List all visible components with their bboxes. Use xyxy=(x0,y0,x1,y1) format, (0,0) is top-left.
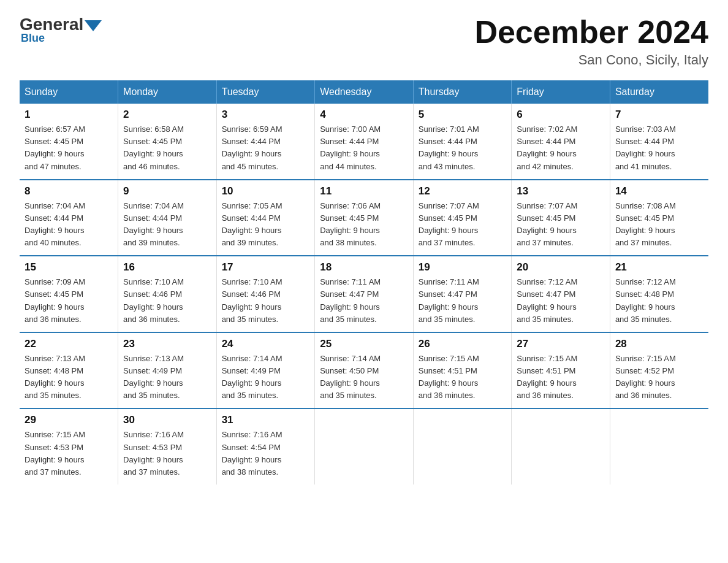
calendar-cell: 13 Sunrise: 7:07 AM Sunset: 4:45 PM Dayl… xyxy=(512,180,610,256)
calendar-cell: 29 Sunrise: 7:15 AM Sunset: 4:53 PM Dayl… xyxy=(20,408,118,484)
day-info: Sunrise: 7:15 AM Sunset: 4:52 PM Dayligh… xyxy=(615,353,703,402)
weekday-header-monday: Monday xyxy=(118,80,217,104)
day-number: 17 xyxy=(222,261,310,274)
day-number: 27 xyxy=(517,338,605,350)
day-info: Sunrise: 7:14 AM Sunset: 4:50 PM Dayligh… xyxy=(320,353,408,402)
day-info: Sunrise: 7:09 AM Sunset: 4:45 PM Dayligh… xyxy=(25,276,113,326)
weekday-header-row: SundayMondayTuesdayWednesdayThursdayFrid… xyxy=(20,80,708,104)
calendar-cell: 1 Sunrise: 6:57 AM Sunset: 4:45 PM Dayli… xyxy=(20,104,118,180)
day-info: Sunrise: 7:11 AM Sunset: 4:47 PM Dayligh… xyxy=(320,276,408,326)
day-info: Sunrise: 7:15 AM Sunset: 4:53 PM Dayligh… xyxy=(25,429,113,478)
calendar-cell: 30 Sunrise: 7:16 AM Sunset: 4:53 PM Dayl… xyxy=(118,408,217,484)
day-info: Sunrise: 7:01 AM Sunset: 4:44 PM Dayligh… xyxy=(419,123,507,173)
calendar-cell: 25 Sunrise: 7:14 AM Sunset: 4:50 PM Dayl… xyxy=(315,332,414,409)
logo-blue-text: Blue xyxy=(21,32,45,45)
location-subtitle: San Cono, Sicily, Italy xyxy=(474,52,708,68)
calendar-cell xyxy=(315,408,414,484)
day-number: 6 xyxy=(517,109,605,121)
day-number: 14 xyxy=(615,185,703,197)
calendar-week-row: 29 Sunrise: 7:15 AM Sunset: 4:53 PM Dayl… xyxy=(20,408,708,484)
day-info: Sunrise: 7:12 AM Sunset: 4:48 PM Dayligh… xyxy=(615,276,703,326)
calendar-cell xyxy=(610,408,708,484)
calendar-cell: 19 Sunrise: 7:11 AM Sunset: 4:47 PM Dayl… xyxy=(413,256,512,332)
calendar-cell: 12 Sunrise: 7:07 AM Sunset: 4:45 PM Dayl… xyxy=(413,180,512,256)
day-number: 24 xyxy=(222,338,310,350)
calendar-header: SundayMondayTuesdayWednesdayThursdayFrid… xyxy=(20,80,708,104)
day-number: 2 xyxy=(123,109,211,121)
calendar-cell: 4 Sunrise: 7:00 AM Sunset: 4:44 PM Dayli… xyxy=(315,104,414,180)
day-number: 5 xyxy=(419,109,507,121)
calendar-cell: 28 Sunrise: 7:15 AM Sunset: 4:52 PM Dayl… xyxy=(610,332,708,409)
logo: General Blue xyxy=(20,15,103,45)
day-number: 15 xyxy=(25,261,113,274)
day-info: Sunrise: 7:07 AM Sunset: 4:45 PM Dayligh… xyxy=(517,200,605,250)
day-number: 18 xyxy=(320,261,408,274)
calendar-body: 1 Sunrise: 6:57 AM Sunset: 4:45 PM Dayli… xyxy=(20,104,708,484)
weekday-header-tuesday: Tuesday xyxy=(216,80,315,104)
title-section: December 2024 San Cono, Sicily, Italy xyxy=(474,15,708,68)
day-number: 23 xyxy=(123,338,211,350)
calendar-week-row: 1 Sunrise: 6:57 AM Sunset: 4:45 PM Dayli… xyxy=(20,104,708,180)
calendar-cell: 3 Sunrise: 6:59 AM Sunset: 4:44 PM Dayli… xyxy=(216,104,315,180)
day-number: 3 xyxy=(222,109,310,121)
day-number: 16 xyxy=(123,261,211,274)
calendar-cell: 21 Sunrise: 7:12 AM Sunset: 4:48 PM Dayl… xyxy=(610,256,708,332)
weekday-header-saturday: Saturday xyxy=(610,80,708,104)
month-title: December 2024 xyxy=(474,15,708,50)
day-info: Sunrise: 7:13 AM Sunset: 4:48 PM Dayligh… xyxy=(25,353,113,402)
day-info: Sunrise: 7:10 AM Sunset: 4:46 PM Dayligh… xyxy=(222,276,310,326)
day-info: Sunrise: 7:14 AM Sunset: 4:49 PM Dayligh… xyxy=(222,353,310,402)
day-info: Sunrise: 7:00 AM Sunset: 4:44 PM Dayligh… xyxy=(320,123,408,173)
calendar-cell: 31 Sunrise: 7:16 AM Sunset: 4:54 PM Dayl… xyxy=(216,408,315,484)
page-header: General Blue December 2024 San Cono, Sic… xyxy=(20,15,708,68)
calendar-cell: 2 Sunrise: 6:58 AM Sunset: 4:45 PM Dayli… xyxy=(118,104,217,180)
day-number: 22 xyxy=(25,338,113,350)
day-number: 25 xyxy=(320,338,408,350)
day-number: 13 xyxy=(517,185,605,197)
day-number: 26 xyxy=(419,338,507,350)
day-info: Sunrise: 7:03 AM Sunset: 4:44 PM Dayligh… xyxy=(615,123,703,173)
day-info: Sunrise: 6:59 AM Sunset: 4:44 PM Dayligh… xyxy=(222,123,310,173)
calendar-week-row: 15 Sunrise: 7:09 AM Sunset: 4:45 PM Dayl… xyxy=(20,256,708,332)
weekday-header-wednesday: Wednesday xyxy=(315,80,414,104)
day-number: 9 xyxy=(123,185,211,197)
day-info: Sunrise: 7:06 AM Sunset: 4:45 PM Dayligh… xyxy=(320,200,408,250)
weekday-header-friday: Friday xyxy=(512,80,610,104)
calendar-cell: 9 Sunrise: 7:04 AM Sunset: 4:44 PM Dayli… xyxy=(118,180,217,256)
day-number: 8 xyxy=(25,185,113,197)
day-number: 4 xyxy=(320,109,408,121)
day-number: 30 xyxy=(123,414,211,426)
day-info: Sunrise: 7:07 AM Sunset: 4:45 PM Dayligh… xyxy=(419,200,507,250)
calendar-cell: 8 Sunrise: 7:04 AM Sunset: 4:44 PM Dayli… xyxy=(20,180,118,256)
calendar-cell: 16 Sunrise: 7:10 AM Sunset: 4:46 PM Dayl… xyxy=(118,256,217,332)
day-number: 31 xyxy=(222,414,310,426)
day-info: Sunrise: 7:15 AM Sunset: 4:51 PM Dayligh… xyxy=(419,353,507,402)
calendar-cell xyxy=(512,408,610,484)
calendar-cell: 10 Sunrise: 7:05 AM Sunset: 4:44 PM Dayl… xyxy=(216,180,315,256)
day-info: Sunrise: 7:13 AM Sunset: 4:49 PM Dayligh… xyxy=(123,353,211,402)
day-info: Sunrise: 7:16 AM Sunset: 4:54 PM Dayligh… xyxy=(222,429,310,478)
day-info: Sunrise: 7:12 AM Sunset: 4:47 PM Dayligh… xyxy=(517,276,605,326)
day-info: Sunrise: 6:58 AM Sunset: 4:45 PM Dayligh… xyxy=(123,123,211,173)
calendar-cell: 24 Sunrise: 7:14 AM Sunset: 4:49 PM Dayl… xyxy=(216,332,315,409)
day-info: Sunrise: 7:05 AM Sunset: 4:44 PM Dayligh… xyxy=(222,200,310,250)
day-info: Sunrise: 7:04 AM Sunset: 4:44 PM Dayligh… xyxy=(123,200,211,250)
day-number: 29 xyxy=(25,414,113,426)
day-number: 11 xyxy=(320,185,408,197)
calendar-week-row: 22 Sunrise: 7:13 AM Sunset: 4:48 PM Dayl… xyxy=(20,332,708,409)
day-number: 19 xyxy=(419,261,507,274)
day-number: 21 xyxy=(615,261,703,274)
calendar-cell: 15 Sunrise: 7:09 AM Sunset: 4:45 PM Dayl… xyxy=(20,256,118,332)
calendar-table: SundayMondayTuesdayWednesdayThursdayFrid… xyxy=(20,80,708,484)
day-info: Sunrise: 7:15 AM Sunset: 4:51 PM Dayligh… xyxy=(517,353,605,402)
calendar-week-row: 8 Sunrise: 7:04 AM Sunset: 4:44 PM Dayli… xyxy=(20,180,708,256)
calendar-cell: 14 Sunrise: 7:08 AM Sunset: 4:45 PM Dayl… xyxy=(610,180,708,256)
calendar-cell: 17 Sunrise: 7:10 AM Sunset: 4:46 PM Dayl… xyxy=(216,256,315,332)
calendar-cell: 26 Sunrise: 7:15 AM Sunset: 4:51 PM Dayl… xyxy=(413,332,512,409)
day-info: Sunrise: 7:04 AM Sunset: 4:44 PM Dayligh… xyxy=(25,200,113,250)
day-info: Sunrise: 7:10 AM Sunset: 4:46 PM Dayligh… xyxy=(123,276,211,326)
calendar-cell: 11 Sunrise: 7:06 AM Sunset: 4:45 PM Dayl… xyxy=(315,180,414,256)
day-info: Sunrise: 7:11 AM Sunset: 4:47 PM Dayligh… xyxy=(419,276,507,326)
logo-arrow-icon xyxy=(85,20,102,31)
day-info: Sunrise: 7:02 AM Sunset: 4:44 PM Dayligh… xyxy=(517,123,605,173)
